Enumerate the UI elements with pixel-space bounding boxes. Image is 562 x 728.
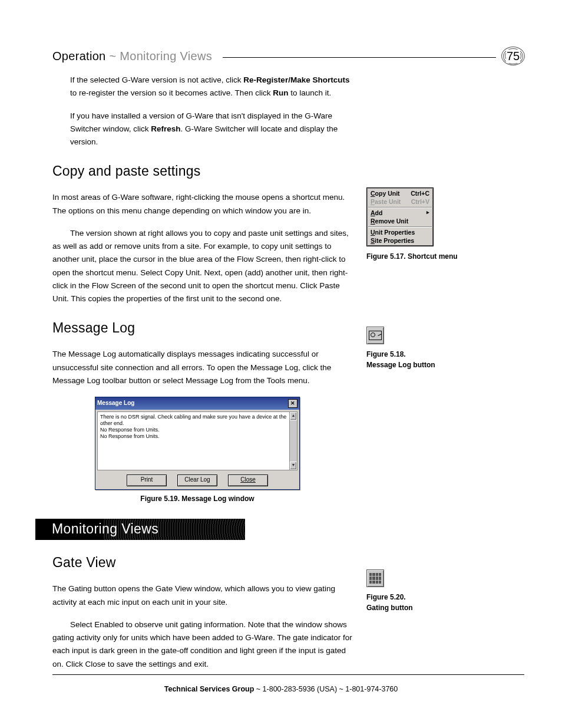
msglog-line: No Response from Units. [100, 427, 295, 433]
close-button[interactable]: Close [228, 475, 268, 486]
footer-org: Technical Services Group [164, 685, 254, 693]
header-sep: ~ [106, 50, 120, 62]
figure-message-log-window: Message Log ✕ There is no DSR signal. Ch… [95, 397, 300, 490]
heading-gate-view: Gate View [52, 552, 353, 574]
ctx-site-properties[interactable]: Site Properties [368, 236, 432, 245]
gate-para-1: The Gating button opens the Gate View wi… [52, 582, 353, 609]
ctx-add[interactable]: Add ▸ [368, 209, 432, 217]
header-title: Operation ~ Monitoring Views [52, 50, 212, 63]
ctx-remove-unit[interactable]: Remove Unit [368, 217, 432, 225]
footer-phones: ~ 1-800-283-5936 (USA) ~ 1-801-974-3760 [254, 685, 398, 693]
scrollbar[interactable]: ▲ ▼ [289, 412, 297, 470]
ctx-paste-unit: Paste Unit Ctrl+V [368, 197, 432, 206]
footer: Technical Services Group ~ 1-800-283-593… [0, 685, 562, 693]
message-log-icon[interactable] [366, 327, 384, 344]
ctx-unit-properties[interactable]: Unit Properties [368, 228, 432, 236]
page-header: Operation ~ Monitoring Views 75 [52, 47, 524, 65]
msglog-line: No Response from Units. [100, 433, 295, 440]
page-number-ornament: 75 [502, 47, 524, 65]
copy-para-1: In most areas of G-Ware software, right-… [52, 191, 353, 218]
scroll-up-icon[interactable]: ▲ [290, 412, 297, 420]
msglog-body: There is no DSR signal. Check cabling an… [97, 411, 297, 470]
clear-log-button[interactable]: Clear Log [177, 475, 217, 486]
figure-5-19-caption: Figure 5.19. Message Log window [95, 493, 300, 505]
page-number: 75 [506, 50, 520, 63]
header-rule [223, 57, 496, 58]
copy-para-2: The version shown at right allows you to… [52, 227, 353, 306]
msglog-title: Message Log [97, 398, 134, 409]
msglog-line: There is no DSR signal. Check cabling an… [100, 414, 295, 427]
intro-para-2: If you have installed a version of G-War… [70, 110, 353, 149]
msglog-para: The Message Log automatically displays m… [52, 348, 353, 387]
context-menu: Copy Unit Ctrl+C Paste Unit Ctrl+V Add ▸… [366, 187, 434, 246]
figure-gating-button: Figure 5.20. Gating button [366, 569, 413, 613]
footer-rule [52, 674, 524, 675]
close-icon[interactable]: ✕ [288, 399, 297, 408]
scroll-down-icon[interactable]: ▼ [290, 462, 297, 470]
figure-shortcut-menu: Copy Unit Ctrl+C Paste Unit Ctrl+V Add ▸… [366, 187, 458, 262]
heading-copy-paste: Copy and paste settings [52, 160, 353, 183]
figure-5-20-caption: Figure 5.20. Gating button [366, 592, 413, 613]
print-button[interactable]: Print [127, 475, 167, 486]
heading-message-log: Message Log [52, 317, 353, 340]
figure-message-log-button: Figure 5.18. Message Log button [366, 327, 435, 370]
gating-icon[interactable] [366, 569, 384, 587]
header-part1: Operation [52, 50, 106, 62]
gate-para-2: Select Enabled to observe unit gating in… [52, 618, 353, 671]
ctx-copy-unit[interactable]: Copy Unit Ctrl+C [368, 189, 432, 197]
intro-para-1: If the selected G-Ware version is not ac… [70, 74, 353, 100]
figure-5-17-caption: Figure 5.17. Shortcut menu [366, 251, 458, 262]
header-part2: Monitoring Views [120, 50, 212, 62]
section-banner-monitoring-views: Monitoring Views [35, 519, 245, 540]
figure-5-18-caption: Figure 5.18. Message Log button [366, 349, 435, 370]
chevron-right-icon: ▸ [427, 209, 429, 216]
